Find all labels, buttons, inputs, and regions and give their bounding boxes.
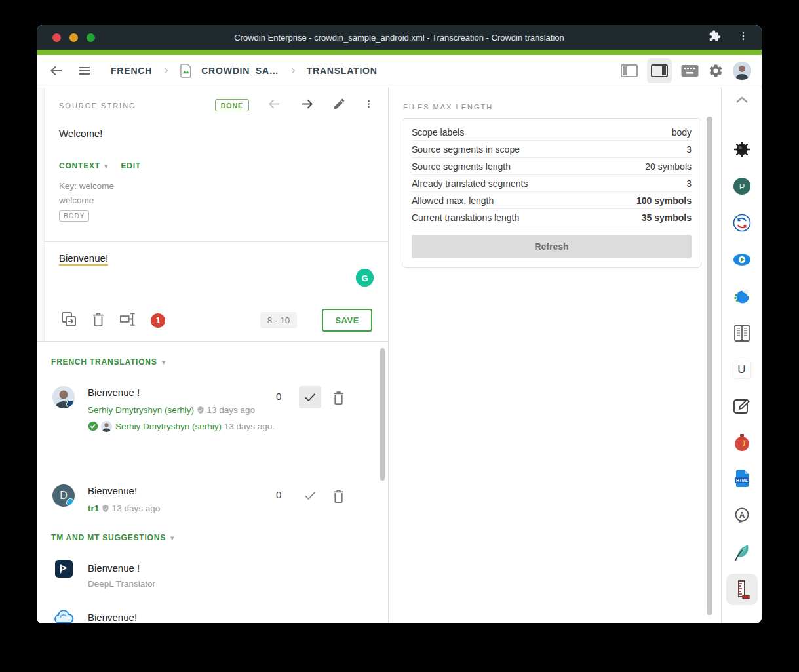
extensions-puzzle-icon[interactable] (708, 30, 721, 45)
html-file-app-icon[interactable]: HTML (733, 470, 751, 488)
next-string-icon[interactable] (300, 96, 315, 114)
context-toggle[interactable]: CONTEXT (59, 161, 100, 170)
main-menu-hamburger-icon[interactable] (77, 63, 92, 79)
glossary-book-app-icon[interactable] (733, 324, 751, 342)
previous-string-icon[interactable] (267, 96, 282, 114)
stat-label: Scope labels (412, 127, 464, 138)
stat-label: Already translated segments (412, 178, 528, 189)
approve-translation-button[interactable] (299, 386, 321, 408)
minimize-window-button[interactable] (69, 33, 78, 42)
max-length-card: Scope labels body Source segments in sco… (402, 118, 701, 268)
stat-value: 35 symbols (642, 212, 692, 223)
stat-row: Allowed max. length 100 symbols (412, 192, 692, 209)
p-badge-app-icon[interactable]: P (733, 177, 751, 195)
translator-avatar[interactable]: D (52, 484, 75, 507)
translation-text[interactable]: Bienvenue! (88, 485, 296, 496)
suggestion-text[interactable]: Bienvenue ! (88, 563, 155, 574)
stat-value: 100 symbols (636, 195, 692, 206)
approver-avatar (101, 421, 112, 432)
stat-label: Current translations length (412, 212, 519, 223)
settings-gear-icon[interactable] (708, 63, 724, 79)
eye-preview-app-icon[interactable] (733, 250, 751, 269)
sync-app-icon[interactable] (733, 214, 751, 232)
delete-translation-icon[interactable] (332, 390, 345, 408)
context-value: welcome (59, 195, 94, 205)
traffic-lights (52, 25, 95, 50)
translation-rating: 0 (276, 391, 281, 402)
breadcrumb-mode[interactable]: TRANSLATION (307, 66, 378, 76)
delete-translation-icon[interactable] (332, 488, 345, 506)
source-string-text: Welcome! (59, 128, 102, 139)
panel-scrollbar[interactable] (707, 117, 712, 615)
panel-title: FILES MAX LENGTH (403, 103, 493, 111)
editor-column: SOURCE STRING DONE Welcome! CONTEXT ▾ (37, 87, 389, 623)
stat-row: Already translated segments 3 (412, 175, 692, 192)
browser-menu-kebab-icon[interactable] (738, 30, 749, 45)
save-button[interactable]: SAVE (322, 309, 372, 332)
window-title: Crowdin Enterprise - crowdin_sample_andr… (234, 33, 564, 43)
status-badge: DONE (215, 99, 249, 111)
svg-text:G: G (361, 273, 368, 283)
copy-source-icon[interactable] (60, 311, 77, 330)
right-panel-layout-icon[interactable] (647, 58, 672, 83)
stat-value: 3 (686, 178, 692, 189)
context-edit-link[interactable]: EDIT (121, 161, 141, 170)
edit-pencil-icon[interactable] (332, 97, 346, 113)
gear-bot-app-icon[interactable] (733, 287, 751, 306)
back-arrow-icon[interactable] (49, 63, 64, 79)
collapsed-left-panel-gutter[interactable] (37, 87, 45, 341)
translator-name[interactable]: Serhiy Dmytryshyn (serhiy) (88, 405, 194, 415)
delete-translation-icon[interactable] (91, 311, 106, 330)
stat-value: 20 symbols (645, 161, 692, 172)
suggestion-text[interactable]: Bienvenue! (88, 612, 137, 623)
breadcrumb: FRENCH CROWDIN_SA… TRANSLATION (111, 64, 378, 79)
source-string-label: SOURCE STRING (59, 102, 136, 109)
translation-text[interactable]: Bienvenue ! (88, 387, 296, 398)
files-max-length-panel: FILES MAX LENGTH Scope labels body Sourc… (389, 87, 721, 623)
translation-rating: 0 (276, 489, 281, 500)
breadcrumb-file[interactable]: CROWDIN_SA… (201, 66, 279, 76)
issues-count-badge[interactable]: 1 (151, 313, 165, 328)
chevron-down-icon: ▾ (104, 162, 108, 170)
user-avatar[interactable] (733, 62, 751, 80)
grammarly-icon[interactable]: G (356, 269, 374, 287)
translator-name[interactable]: tr1 (88, 504, 99, 513)
compose-note-app-icon[interactable] (733, 397, 751, 416)
translator-badge-icon (66, 498, 75, 507)
translation-input[interactable]: Bienvenue! (59, 252, 108, 264)
stat-label: Source segments in scope (412, 144, 520, 155)
chevron-right-icon (288, 66, 298, 75)
u-letter-app-icon[interactable]: U (733, 361, 751, 379)
french-translations-header[interactable]: FRENCH TRANSLATIONS (51, 357, 157, 366)
refresh-button[interactable]: Refresh (412, 235, 692, 258)
keyboard-shortcuts-icon[interactable] (681, 64, 699, 77)
search-a-app-icon[interactable]: A (733, 507, 751, 525)
translations-scrollbar[interactable] (380, 348, 385, 481)
tm-mt-suggestions-header[interactable]: TM AND MT SUGGESTIONS (51, 533, 166, 542)
max-length-icon[interactable] (119, 311, 137, 330)
mine-app-icon[interactable] (733, 140, 751, 159)
approver-name[interactable]: Serhiy Dmytryshyn (serhiy) (115, 422, 222, 431)
files-max-length-app-icon[interactable] (726, 574, 758, 605)
left-panel-layout-icon[interactable] (621, 64, 638, 78)
stat-label: Source segments length (412, 161, 511, 172)
approve-translation-button[interactable] (299, 484, 321, 507)
translations-list: FRENCH TRANSLATIONS ▾ Bienvenue ! Serhiy… (37, 342, 388, 623)
svg-text:A: A (739, 511, 745, 520)
ornament-app-icon[interactable] (733, 433, 751, 452)
approved-check-icon (88, 421, 98, 436)
approval-time: 13 days ago. (222, 422, 275, 431)
chevron-down-icon: ▾ (170, 534, 174, 542)
translator-avatar[interactable] (52, 386, 75, 408)
titlebar: Crowdin Enterprise - crowdin_sample_andr… (37, 25, 762, 50)
stat-value: 3 (686, 144, 692, 155)
collapse-up-icon[interactable] (734, 95, 750, 107)
close-window-button[interactable] (52, 33, 61, 42)
feather-quill-app-icon[interactable] (733, 544, 751, 562)
translator-badge-icon (66, 400, 75, 408)
breadcrumb-language[interactable]: FRENCH (111, 66, 152, 76)
svg-text:HTML: HTML (735, 478, 747, 483)
zoom-window-button[interactable] (87, 33, 95, 42)
deepl-icon (55, 560, 73, 580)
more-options-kebab-icon[interactable] (364, 98, 374, 113)
